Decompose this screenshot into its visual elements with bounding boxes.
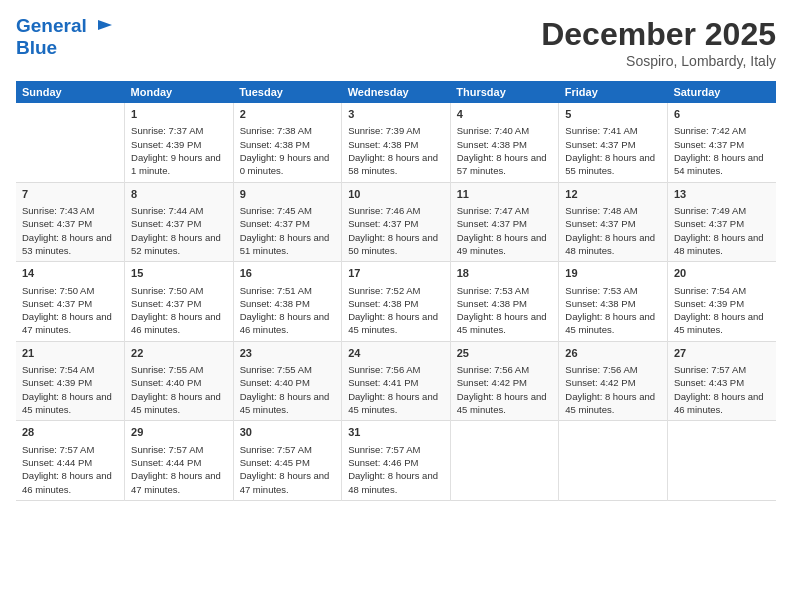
- day-number: 2: [240, 107, 336, 122]
- sunset-text: Sunset: 4:37 PM: [457, 218, 527, 229]
- day-number: 11: [457, 187, 553, 202]
- sunrise-text: Sunrise: 7:45 AM: [240, 205, 312, 216]
- table-row: 12 Sunrise: 7:48 AM Sunset: 4:37 PM Dayl…: [559, 182, 668, 262]
- sunrise-text: Sunrise: 7:53 AM: [565, 285, 637, 296]
- col-tuesday: Tuesday: [233, 81, 342, 103]
- calendar-week-row: 1 Sunrise: 7:37 AM Sunset: 4:39 PM Dayli…: [16, 103, 776, 182]
- daylight-text: Daylight: 8 hours and 46 minutes.: [674, 391, 764, 415]
- logo-blue: Blue: [16, 38, 116, 59]
- daylight-text: Daylight: 8 hours and 55 minutes.: [565, 152, 655, 176]
- table-row: 21 Sunrise: 7:54 AM Sunset: 4:39 PM Dayl…: [16, 341, 125, 421]
- calendar-header-row: Sunday Monday Tuesday Wednesday Thursday…: [16, 81, 776, 103]
- logo: General Blue: [16, 16, 116, 59]
- col-sunday: Sunday: [16, 81, 125, 103]
- calendar-week-row: 21 Sunrise: 7:54 AM Sunset: 4:39 PM Dayl…: [16, 341, 776, 421]
- sunrise-text: Sunrise: 7:47 AM: [457, 205, 529, 216]
- day-number: 29: [131, 425, 227, 440]
- sunrise-text: Sunrise: 7:56 AM: [565, 364, 637, 375]
- sunrise-text: Sunrise: 7:57 AM: [348, 444, 420, 455]
- daylight-text: Daylight: 8 hours and 58 minutes.: [348, 152, 438, 176]
- sunset-text: Sunset: 4:45 PM: [240, 457, 310, 468]
- sunset-text: Sunset: 4:38 PM: [565, 298, 635, 309]
- day-number: 30: [240, 425, 336, 440]
- sunrise-text: Sunrise: 7:49 AM: [674, 205, 746, 216]
- table-row: [559, 421, 668, 501]
- calendar-table: Sunday Monday Tuesday Wednesday Thursday…: [16, 81, 776, 501]
- sunrise-text: Sunrise: 7:38 AM: [240, 125, 312, 136]
- table-row: 26 Sunrise: 7:56 AM Sunset: 4:42 PM Dayl…: [559, 341, 668, 421]
- table-row: 28 Sunrise: 7:57 AM Sunset: 4:44 PM Dayl…: [16, 421, 125, 501]
- day-number: 25: [457, 346, 553, 361]
- day-number: 15: [131, 266, 227, 281]
- day-number: 6: [674, 107, 770, 122]
- sunset-text: Sunset: 4:37 PM: [674, 139, 744, 150]
- sunset-text: Sunset: 4:38 PM: [240, 298, 310, 309]
- table-row: 15 Sunrise: 7:50 AM Sunset: 4:37 PM Dayl…: [125, 262, 234, 342]
- table-row: 5 Sunrise: 7:41 AM Sunset: 4:37 PM Dayli…: [559, 103, 668, 182]
- day-number: 20: [674, 266, 770, 281]
- title-block: December 2025 Sospiro, Lombardy, Italy: [541, 16, 776, 69]
- sunrise-text: Sunrise: 7:55 AM: [240, 364, 312, 375]
- day-number: 7: [22, 187, 118, 202]
- sunset-text: Sunset: 4:43 PM: [674, 377, 744, 388]
- day-number: 22: [131, 346, 227, 361]
- day-number: 5: [565, 107, 661, 122]
- sunrise-text: Sunrise: 7:43 AM: [22, 205, 94, 216]
- sunrise-text: Sunrise: 7:48 AM: [565, 205, 637, 216]
- sunset-text: Sunset: 4:37 PM: [22, 218, 92, 229]
- table-row: 31 Sunrise: 7:57 AM Sunset: 4:46 PM Dayl…: [342, 421, 451, 501]
- calendar-week-row: 7 Sunrise: 7:43 AM Sunset: 4:37 PM Dayli…: [16, 182, 776, 262]
- day-number: 28: [22, 425, 118, 440]
- col-thursday: Thursday: [450, 81, 559, 103]
- day-number: 18: [457, 266, 553, 281]
- sunset-text: Sunset: 4:39 PM: [131, 139, 201, 150]
- day-number: 13: [674, 187, 770, 202]
- sunset-text: Sunset: 4:42 PM: [565, 377, 635, 388]
- sunset-text: Sunset: 4:37 PM: [240, 218, 310, 229]
- sunrise-text: Sunrise: 7:56 AM: [348, 364, 420, 375]
- sunrise-text: Sunrise: 7:54 AM: [22, 364, 94, 375]
- sunrise-text: Sunrise: 7:57 AM: [131, 444, 203, 455]
- table-row: 2 Sunrise: 7:38 AM Sunset: 4:38 PM Dayli…: [233, 103, 342, 182]
- sunrise-text: Sunrise: 7:44 AM: [131, 205, 203, 216]
- table-row: 24 Sunrise: 7:56 AM Sunset: 4:41 PM Dayl…: [342, 341, 451, 421]
- day-number: 14: [22, 266, 118, 281]
- day-number: 31: [348, 425, 444, 440]
- table-row: 4 Sunrise: 7:40 AM Sunset: 4:38 PM Dayli…: [450, 103, 559, 182]
- table-row: 13 Sunrise: 7:49 AM Sunset: 4:37 PM Dayl…: [667, 182, 776, 262]
- day-number: 4: [457, 107, 553, 122]
- sunset-text: Sunset: 4:41 PM: [348, 377, 418, 388]
- table-row: 14 Sunrise: 7:50 AM Sunset: 4:37 PM Dayl…: [16, 262, 125, 342]
- day-number: 16: [240, 266, 336, 281]
- sunrise-text: Sunrise: 7:50 AM: [22, 285, 94, 296]
- table-row: 19 Sunrise: 7:53 AM Sunset: 4:38 PM Dayl…: [559, 262, 668, 342]
- col-saturday: Saturday: [667, 81, 776, 103]
- table-row: 7 Sunrise: 7:43 AM Sunset: 4:37 PM Dayli…: [16, 182, 125, 262]
- sunset-text: Sunset: 4:37 PM: [131, 298, 201, 309]
- table-row: 20 Sunrise: 7:54 AM Sunset: 4:39 PM Dayl…: [667, 262, 776, 342]
- sunrise-text: Sunrise: 7:46 AM: [348, 205, 420, 216]
- sunrise-text: Sunrise: 7:41 AM: [565, 125, 637, 136]
- sunset-text: Sunset: 4:37 PM: [22, 298, 92, 309]
- location-subtitle: Sospiro, Lombardy, Italy: [541, 53, 776, 69]
- daylight-text: Daylight: 8 hours and 54 minutes.: [674, 152, 764, 176]
- day-number: 26: [565, 346, 661, 361]
- day-number: 1: [131, 107, 227, 122]
- logo-text: General: [16, 16, 116, 38]
- sunset-text: Sunset: 4:44 PM: [131, 457, 201, 468]
- day-number: 24: [348, 346, 444, 361]
- table-row: 10 Sunrise: 7:46 AM Sunset: 4:37 PM Dayl…: [342, 182, 451, 262]
- daylight-text: Daylight: 8 hours and 48 minutes.: [565, 232, 655, 256]
- sunset-text: Sunset: 4:37 PM: [131, 218, 201, 229]
- day-number: 17: [348, 266, 444, 281]
- table-row: 27 Sunrise: 7:57 AM Sunset: 4:43 PM Dayl…: [667, 341, 776, 421]
- daylight-text: Daylight: 8 hours and 48 minutes.: [348, 470, 438, 494]
- daylight-text: Daylight: 8 hours and 45 minutes.: [22, 391, 112, 415]
- sunrise-text: Sunrise: 7:39 AM: [348, 125, 420, 136]
- table-row: 25 Sunrise: 7:56 AM Sunset: 4:42 PM Dayl…: [450, 341, 559, 421]
- day-number: 3: [348, 107, 444, 122]
- calendar-page: General Blue December 2025 Sospiro, Lomb…: [0, 0, 792, 612]
- table-row: 18 Sunrise: 7:53 AM Sunset: 4:38 PM Dayl…: [450, 262, 559, 342]
- daylight-text: Daylight: 8 hours and 48 minutes.: [674, 232, 764, 256]
- table-row: 30 Sunrise: 7:57 AM Sunset: 4:45 PM Dayl…: [233, 421, 342, 501]
